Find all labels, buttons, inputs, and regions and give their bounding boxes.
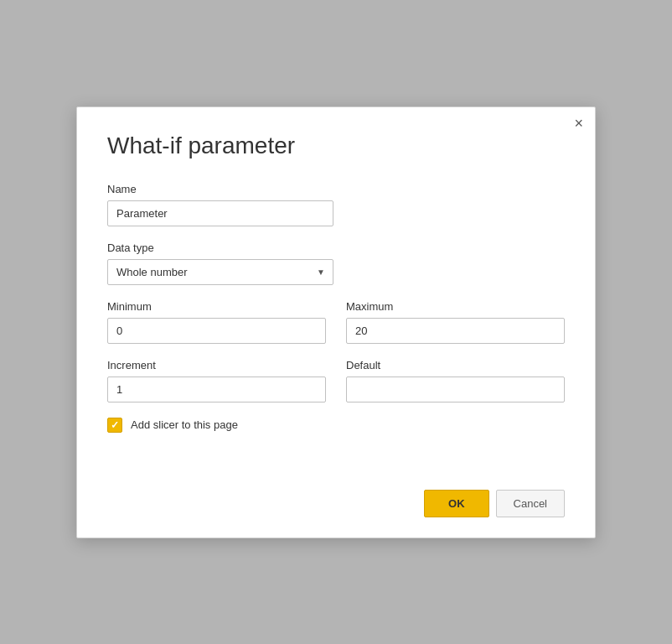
name-input[interactable] (107, 200, 333, 226)
default-group: Default (346, 359, 565, 402)
increment-label: Increment (107, 359, 326, 371)
checkmark-icon: ✓ (111, 420, 119, 430)
name-label: Name (107, 183, 565, 195)
ok-button[interactable]: OK (424, 490, 489, 517)
datatype-label: Data type (107, 242, 565, 254)
minimum-input[interactable] (107, 318, 326, 344)
increment-group: Increment (107, 359, 326, 402)
maximum-group: Maximum (346, 300, 565, 344)
maximum-input[interactable] (346, 318, 565, 344)
dialog-footer: OK Cancel (77, 476, 595, 538)
add-slicer-checkbox[interactable]: ✓ (107, 418, 122, 433)
add-slicer-row: ✓ Add slicer to this page (107, 418, 565, 433)
close-button[interactable]: × (574, 116, 583, 131)
dialog-overlay: × What-if parameter Name Data type Whole… (0, 0, 672, 644)
add-slicer-label: Add slicer to this page (131, 418, 238, 431)
increment-default-row: Increment Default (107, 359, 565, 402)
minimum-group: Minimum (107, 300, 326, 344)
min-max-row: Minimum Maximum (107, 300, 565, 344)
dialog-body: What-if parameter Name Data type Whole n… (77, 107, 595, 476)
name-group: Name (107, 183, 565, 226)
minimum-label: Minimum (107, 300, 326, 313)
datatype-group: Data type Whole number Decimal number Fi… (107, 242, 565, 285)
cancel-button[interactable]: Cancel (496, 490, 565, 517)
maximum-label: Maximum (346, 300, 565, 313)
datatype-select[interactable]: Whole number Decimal number Fixed decima… (107, 259, 333, 285)
what-if-dialog: × What-if parameter Name Data type Whole… (76, 106, 596, 538)
datatype-select-wrapper: Whole number Decimal number Fixed decima… (107, 259, 333, 285)
dialog-title: What-if parameter (107, 132, 565, 159)
increment-input[interactable] (107, 377, 326, 402)
default-input[interactable] (346, 377, 565, 402)
default-label: Default (346, 359, 565, 371)
